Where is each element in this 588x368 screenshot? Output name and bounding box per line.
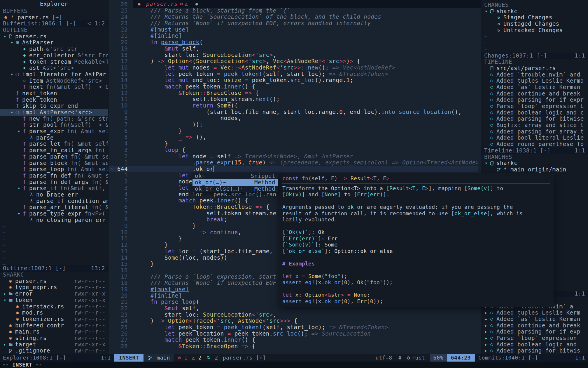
code-line[interactable]: _ => (), — [132, 134, 478, 140]
outline-item[interactable]: ƒparse_fn_deffn( &mut s — [0, 173, 108, 179]
file-item[interactable]: ▸targetrwxr-xr-x — [0, 341, 108, 348]
outline-item[interactable]: ◆astAst<'src> — [0, 65, 108, 71]
branch-item[interactable]: * main origin/main — [481, 166, 588, 173]
completion-item[interactable]: ok_or(…)~Method — [192, 179, 278, 186]
outline-item[interactable]: ◆token_streamPeekable<T — [0, 59, 108, 65]
changes-item[interactable]: ↻Unstaged Changes — [481, 21, 588, 27]
code-line[interactable]: ) -> Option<Traced<'src, AstNode<'src>>>… — [132, 318, 478, 324]
outline-item[interactable]: ƒnext_token — [0, 90, 108, 97]
completion-item[interactable]: ok~Snippet — [192, 173, 278, 179]
outline-item[interactable]: ƒpeek_token — [0, 97, 108, 103]
outline-item[interactable]: ƒskip_to_expr_end — [0, 103, 108, 109]
timeline-file[interactable]: src/ast/parser.rs — [481, 65, 588, 72]
outline-item[interactable]: ƒnewfn( path: &'src str — [0, 116, 108, 122]
commit-item[interactable]: ▸○Added parsing for bitwis — [481, 348, 588, 354]
code-line[interactable]: let node = self => Traced<AstNode>, &mut… — [132, 153, 478, 160]
warning-count[interactable]: ⚠ 2 — [192, 355, 202, 361]
hint-count[interactable]: 2 — [206, 355, 218, 361]
outline-item[interactable]: ◆path&'src str — [0, 46, 108, 52]
code-line[interactable]: )); — [132, 121, 478, 128]
outline-item[interactable]: ƒparse_letfn( &mut self — [0, 141, 108, 147]
code-line[interactable]: #[inline] — [132, 33, 478, 39]
branch-item[interactable]: ▾sharkc — [481, 160, 588, 166]
outline-item[interactable]: ◇ItemAstNodeRef<'src> — [0, 78, 108, 84]
tab-filename[interactable]: parser.rs — [146, 1, 178, 7]
file-item[interactable]: ▸errorrwxr-xr-x — [0, 291, 108, 297]
code-line[interactable]: /// Returns `None` if unexpected EOF, er… — [132, 20, 478, 27]
code-line[interactable]: match peek_token.inner() { — [132, 337, 478, 343]
code-line[interactable]: fn parse_block( — [132, 39, 478, 46]
code-line[interactable]: &mut self, — [132, 46, 478, 52]
changes-item[interactable]: ↻Staged Changes — [481, 14, 588, 21]
outline-item[interactable]: ▾ƒparse_type_exprfn<F>( — [0, 211, 108, 217]
file-item[interactable]: ◉mod.rsrw-r--r-- — [0, 310, 108, 316]
outline-item[interactable]: ▾{}impl Iterator for AstPar — [0, 71, 108, 78]
outline-item[interactable]: ◆err_collector&'src Err — [0, 52, 108, 59]
code-line[interactable]: &Token::BraceClose => { — [132, 90, 478, 96]
outline-item[interactable]: ƒstr_poolfn(&self) -> & — [0, 122, 108, 128]
code-line[interactable]: /// Returns the `SourceLocation` of the … — [132, 14, 478, 20]
code-line[interactable]: (start_loc.file_name, start_loc.range.0,… — [132, 109, 478, 115]
buffer-item[interactable]: ◉* parser.rs[+] — [0, 14, 108, 21]
timeline-commit[interactable]: ○Added tuples Leslie Kerma — [481, 78, 588, 84]
code-line[interactable]: let peek_token = peek_token!(self, start… — [132, 324, 478, 331]
outline-item[interactable]: ▾ƒparse_exprfn( &mut sel — [0, 128, 108, 135]
commit-item[interactable]: ▸○Added boolean logic and — [481, 341, 588, 348]
commit-item[interactable]: ▸○Added parsing for if exp — [481, 329, 588, 335]
commit-item[interactable]: ▸○Added tuples Leslie Kerm — [481, 310, 588, 316]
timeline-commit[interactable]: ○Added parsing for array t — [481, 129, 588, 135]
commit-item[interactable]: ▸○Parse `loop` expression — [481, 335, 588, 341]
command-line[interactable]: -- INSERT -- — [0, 362, 588, 368]
code-line[interactable]: let mut end_loc: usize = peek_token.src_… — [132, 77, 478, 84]
timeline-commit[interactable]: ○Added `trouble.nvim` and — [481, 72, 588, 78]
outline-item[interactable]: ƒnextfn(&mut self) -> O — [0, 84, 108, 90]
outline-item[interactable]: ▾{}impl AstParser<'src> — [0, 109, 108, 116]
file-item[interactable]: ◉tokenizer.rsrw-r--r-- — [0, 316, 108, 322]
file-item[interactable]: ▾tokenrwxr-xr-x — [0, 297, 108, 303]
commit-item[interactable]: ▸○Added `as` Leslie Kerman — [481, 316, 588, 322]
code-line[interactable]: nodes, — [132, 115, 478, 121]
timeline-commit[interactable]: ○Added `as` Leslie Kerman — [481, 84, 588, 91]
code-line[interactable]: self.token_stream.next(); — [132, 96, 478, 103]
file-item[interactable]: ◉string.rsrw-r--r-- — [0, 335, 108, 341]
code-line[interactable]: start_loc: SourceLocation<'src>, — [132, 312, 478, 318]
outline-item[interactable]: ▾▣AstParser — [0, 39, 108, 46]
code-line[interactable]: let mut nodes = Vec::<AstNodeRef<'src>>:… — [132, 65, 478, 71]
git-branch-indicator[interactable]: main — [144, 354, 174, 362]
timeline-commit[interactable]: ○Added round parenthese fo — [481, 141, 588, 147]
error-count[interactable]: ⊗ 1 — [178, 355, 188, 361]
code-line[interactable]: &Token::BraceOpen => { — [132, 343, 478, 350]
outline-item[interactable]: ƒparse_loopfn( &mut sel — [0, 166, 108, 173]
outline-item[interactable]: λno_closing_paren_err — [0, 217, 108, 223]
code-line[interactable]: match peek_token.inner() { — [132, 84, 478, 90]
code-line[interactable]: /// Parse a block, starting from the `{` — [132, 8, 478, 14]
code-line[interactable]: ) -> Option<(SourceLocation<'src>, Vec<A… — [132, 58, 478, 65]
outline-item[interactable]: ƒparse_arr_literalfn( & — [0, 204, 108, 211]
outline-item[interactable]: ƒparse_fn_call_argsfn( — [0, 147, 108, 154]
outline-item[interactable]: λparse_if_condition_and — [0, 198, 108, 204]
code-line[interactable]: #[must_use] — [132, 27, 478, 33]
file-item[interactable]: ◉iterstack.rsrw-r--r-- — [0, 303, 108, 310]
code-line[interactable]: loop { — [132, 147, 478, 153]
outline-item[interactable]: ƒparse_fn_def_argsfn( & — [0, 179, 108, 185]
timeline-commit[interactable]: ○Parse `loop` expression L — [481, 103, 588, 110]
code-line[interactable]: } — [132, 140, 478, 147]
timeline-commit[interactable]: ○Bugfix: array and slice t — [481, 122, 588, 129]
code-line[interactable]: .parse_expr(15, true) <- (precedence, ex… — [132, 159, 478, 166]
commit-item[interactable]: ▸○Added continue and break — [481, 322, 588, 329]
file-item[interactable]: ◉main.rsrw-r--r-- — [0, 329, 108, 335]
timeline-commit[interactable]: ○Added continue and break — [481, 91, 588, 97]
code-line[interactable]: } — [132, 128, 478, 134]
file-item[interactable]: .gitignorerw-r--r-- — [0, 348, 108, 354]
changes-item[interactable]: ▾sharkc — [481, 8, 588, 15]
timeline-commit[interactable]: ○Added boolean logic and c — [481, 110, 588, 116]
file-item[interactable]: ◉buffered_contrrw-r--r-- — [0, 322, 108, 329]
completion-item[interactable]: ok_or_else(…)~Method — [192, 186, 278, 192]
file-item[interactable]: ◉parser.rsrw-r--r-- — [0, 278, 108, 284]
outline-item[interactable]: λparse — [0, 135, 108, 141]
timeline-commit[interactable]: ○Added parsing for bitwise — [481, 116, 588, 122]
changes-item[interactable]: ↻Untracked Changes — [481, 27, 588, 34]
code-line[interactable]: let peek_location = peek_token.src_loc()… — [132, 331, 478, 337]
code-line[interactable]: let peek_token = peek_token!(self, start… — [132, 71, 478, 77]
timeline-commit[interactable]: ○Added parsing for if expr — [481, 97, 588, 103]
